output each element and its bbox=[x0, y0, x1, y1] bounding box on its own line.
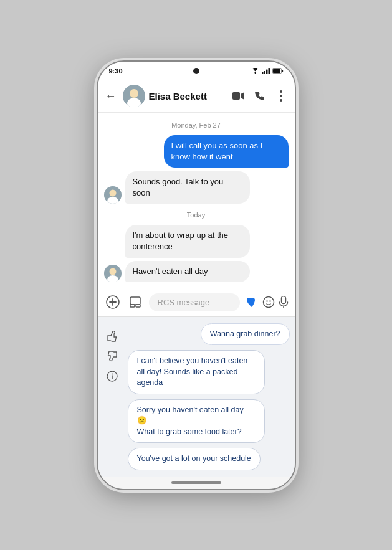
power-button bbox=[295, 149, 296, 180]
back-button[interactable]: ← bbox=[103, 87, 119, 105]
status-bar: 9:30 bbox=[98, 62, 295, 80]
message-row-received-2: I'm about to wrap up at the conference H… bbox=[104, 225, 289, 282]
svg-rect-3 bbox=[266, 69, 268, 74]
smart-reply-panel: Wanna grab dinner? I can't believe you h… bbox=[98, 316, 295, 477]
wifi-icon bbox=[251, 68, 259, 74]
svg-rect-24 bbox=[130, 305, 135, 307]
svg-point-8 bbox=[130, 89, 138, 98]
chip3-line2: What to grab some food later? bbox=[137, 427, 242, 436]
smart-reply-chips: Wanna grab dinner? I can't believe you h… bbox=[128, 323, 290, 470]
video-call-icon[interactable] bbox=[230, 87, 247, 105]
react-button[interactable] bbox=[245, 295, 259, 309]
svg-point-28 bbox=[269, 300, 270, 301]
svg-rect-6 bbox=[273, 69, 280, 73]
svg-rect-1 bbox=[262, 72, 264, 74]
svg-point-11 bbox=[280, 90, 282, 93]
avatar bbox=[123, 85, 145, 107]
svg-point-18 bbox=[109, 268, 116, 275]
msg-avatar-2 bbox=[104, 265, 122, 282]
svg-rect-2 bbox=[264, 71, 265, 74]
smart-reply-chip-4[interactable]: You've got a lot on your schedule bbox=[128, 448, 261, 470]
input-right-icons bbox=[245, 295, 289, 309]
more-options-icon[interactable] bbox=[272, 87, 290, 105]
smart-reply-feedback-icons bbox=[104, 323, 123, 470]
status-icons bbox=[251, 68, 284, 74]
signal-icon bbox=[262, 68, 270, 74]
message-input-area: RCS message bbox=[98, 288, 295, 316]
chip3-line1: Sorry you haven't eaten all day 😕 bbox=[137, 405, 244, 425]
bubble-received-1: Sounds good. Talk to you soon bbox=[125, 171, 250, 204]
bubble-received-2: I'm about to wrap up at the conference bbox=[125, 225, 250, 257]
status-time: 9:30 bbox=[109, 67, 123, 75]
thumbs-up-icon[interactable] bbox=[104, 328, 120, 344]
svg-rect-4 bbox=[268, 68, 270, 74]
message-row-received-1: Sounds good. Talk to you soon bbox=[104, 171, 289, 204]
volume-buttons bbox=[97, 124, 97, 164]
message-input[interactable]: RCS message bbox=[149, 293, 240, 311]
phone-frame: 9:30 ← bbox=[97, 60, 296, 490]
svg-point-12 bbox=[280, 95, 282, 97]
bottom-bar bbox=[98, 477, 295, 489]
svg-rect-29 bbox=[281, 296, 285, 304]
date-today-label: Today bbox=[104, 211, 289, 219]
smart-reply-chip-2[interactable]: I can't believe you haven't eaten all da… bbox=[128, 350, 265, 394]
battery-icon bbox=[272, 68, 284, 74]
sticker-button[interactable] bbox=[127, 293, 144, 311]
phone-call-icon[interactable] bbox=[251, 87, 269, 105]
thumbs-down-icon[interactable] bbox=[104, 348, 120, 364]
smart-reply-chip-3[interactable]: Sorry you haven't eaten all day 😕 What t… bbox=[128, 399, 265, 443]
date-feb-label: Monday, Feb 27 bbox=[104, 121, 289, 129]
svg-point-0 bbox=[254, 73, 256, 73]
chat-header: ← Elisa Beckett bbox=[98, 80, 295, 113]
svg-point-13 bbox=[280, 99, 282, 102]
message-row-sent-1: I will call you as soon as I know how it… bbox=[104, 135, 289, 168]
svg-rect-25 bbox=[136, 305, 140, 307]
smart-reply-chip-1[interactable]: Wanna grab dinner? bbox=[201, 323, 290, 346]
svg-point-33 bbox=[112, 373, 113, 374]
bubble-received-3: Haven't eaten all day bbox=[125, 261, 250, 282]
chat-area: Monday, Feb 27 I will call you as soon a… bbox=[98, 113, 295, 288]
svg-point-27 bbox=[266, 300, 267, 301]
svg-rect-10 bbox=[232, 92, 240, 100]
info-icon[interactable] bbox=[104, 368, 120, 384]
home-indicator bbox=[171, 481, 221, 484]
msg-avatar-1 bbox=[104, 186, 122, 204]
svg-point-26 bbox=[263, 297, 274, 308]
camera-dot bbox=[193, 68, 199, 74]
header-actions bbox=[230, 87, 290, 105]
svg-rect-23 bbox=[130, 297, 140, 305]
emoji-button[interactable] bbox=[262, 296, 275, 308]
bubble-sent-1: I will call you as soon as I know how it… bbox=[164, 135, 289, 168]
svg-point-15 bbox=[109, 190, 116, 197]
contact-name: Elisa Beckett bbox=[149, 91, 226, 102]
add-button[interactable] bbox=[104, 293, 122, 311]
mic-button[interactable] bbox=[279, 296, 289, 308]
